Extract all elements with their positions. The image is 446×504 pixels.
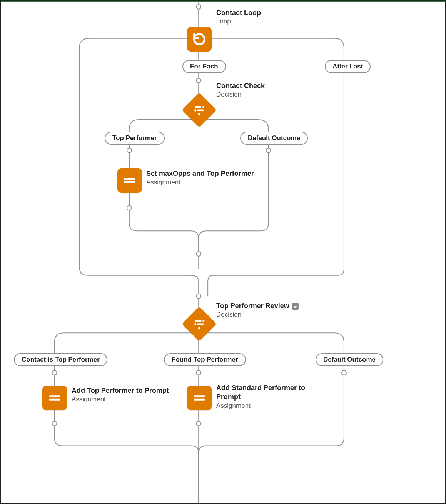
svg-marker-20	[203, 106, 205, 108]
assignment-add-top-label: Add Top Performer to Prompt Assignment	[72, 386, 169, 404]
window-accent-bar	[1, 1, 445, 2]
assignment-set-max-label: Set maxOpps and Top Performer Assignment	[146, 169, 254, 187]
loop-node-type: Loop	[216, 17, 261, 26]
svg-point-15	[196, 370, 201, 375]
svg-point-17	[52, 421, 57, 426]
svg-point-14	[52, 370, 57, 375]
svg-rect-34	[49, 395, 60, 397]
loop-node-title: Contact Loop	[216, 8, 261, 17]
assignment-set-max-title: Set maxOpps and Top Performer	[146, 169, 254, 178]
assignment-add-top-icon[interactable]	[42, 386, 67, 410]
assignment-icon	[192, 390, 207, 406]
assignment-add-std-icon[interactable]	[187, 386, 212, 410]
svg-rect-30	[198, 327, 200, 330]
branch-contact-is-top[interactable]: Contact is Top Performer	[14, 353, 107, 366]
branch-for-each[interactable]: For Each	[182, 60, 226, 73]
svg-rect-32	[294, 306, 297, 307]
svg-point-18	[196, 421, 201, 426]
flow-canvas[interactable]: Contact Loop Loop For Each After Last Co…	[0, 0, 446, 504]
svg-point-13	[196, 294, 201, 299]
svg-rect-23	[198, 113, 200, 116]
decision-review-title: Top Performer Review	[216, 302, 299, 310]
svg-point-7	[196, 5, 201, 9]
branch-default-outcome-2[interactable]: Default Outcome	[316, 353, 383, 366]
decision-icon	[193, 103, 206, 117]
svg-rect-31	[294, 305, 297, 305]
loop-icon	[192, 32, 207, 47]
svg-rect-25	[124, 181, 135, 183]
assignment-icon	[122, 173, 137, 188]
loop-node-label: Contact Loop Loop	[216, 8, 261, 26]
svg-marker-27	[203, 320, 205, 322]
branch-top-performer[interactable]: Top Performer	[105, 132, 165, 145]
assignment-add-std-title: Add Standard Performer to Prompt	[216, 384, 316, 402]
svg-rect-26	[195, 320, 202, 322]
assignment-add-top-title: Add Top Performer to Prompt	[72, 386, 169, 395]
svg-rect-35	[49, 399, 60, 401]
svg-rect-36	[194, 395, 205, 397]
svg-point-12	[196, 252, 201, 256]
assignment-set-max-icon[interactable]	[117, 168, 142, 193]
svg-rect-21	[197, 110, 204, 111]
svg-point-10	[266, 148, 271, 153]
decision-review-label: Top Performer Review Decision	[216, 302, 299, 319]
list-lines-icon	[293, 304, 297, 309]
assignment-add-top-type: Assignment	[72, 395, 169, 404]
decision-review-title-text: Top Performer Review	[216, 302, 289, 310]
flow-connectors	[1, 1, 445, 503]
decision-contact-check-label: Contact Check Decision	[216, 82, 265, 99]
decision-review-icon[interactable]	[182, 307, 217, 342]
svg-marker-22	[194, 109, 196, 112]
decision-review-type: Decision	[216, 310, 299, 319]
svg-rect-37	[194, 399, 205, 401]
svg-point-16	[342, 370, 346, 375]
svg-marker-29	[194, 323, 196, 325]
svg-rect-19	[195, 106, 202, 108]
decision-icon	[193, 317, 206, 330]
svg-rect-33	[294, 307, 296, 308]
svg-point-9	[127, 148, 132, 153]
svg-point-8	[196, 78, 201, 83]
svg-point-11	[127, 205, 132, 210]
decision-contact-check-title: Contact Check	[216, 82, 265, 90]
assignment-set-max-type: Assignment	[146, 178, 254, 187]
decision-contact-check-icon[interactable]	[182, 93, 217, 128]
branch-default-outcome[interactable]: Default Outcome	[240, 132, 308, 145]
svg-rect-24	[124, 178, 135, 180]
assignment-icon	[47, 390, 62, 406]
loop-node-icon[interactable]	[187, 27, 212, 52]
branch-after-last[interactable]: After Last	[325, 60, 371, 73]
assignment-add-std-type: Assignment	[216, 402, 316, 410]
decision-contact-check-type: Decision	[216, 90, 265, 99]
branch-found-top[interactable]: Found Top Performer	[164, 353, 246, 366]
description-icon	[292, 303, 299, 310]
svg-rect-28	[197, 324, 204, 325]
assignment-add-std-label: Add Standard Performer to Prompt Assignm…	[216, 384, 316, 410]
